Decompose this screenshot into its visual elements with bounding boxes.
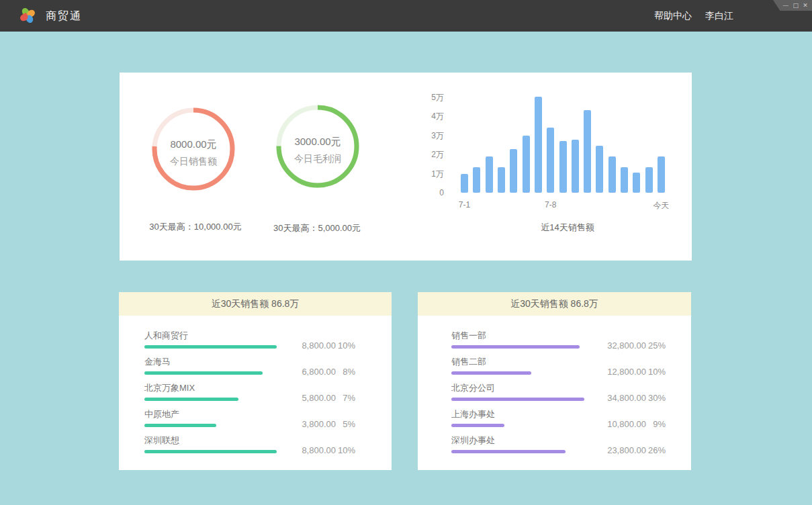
rank-row-left: 深圳办事处 — [451, 435, 566, 453]
rank-name: 金海马 — [144, 357, 263, 367]
today-profit-donut-text: 3000.00元 今日毛利润 — [274, 103, 361, 190]
rank-bar — [144, 345, 277, 349]
today-sales-donut-text: 8000.00元 今日销售额 — [150, 105, 237, 193]
bar — [547, 128, 554, 193]
today-summary-card: 8000.00元 今日销售额 30天最高：10,000.00元 3000.00元… — [120, 73, 692, 261]
rank-row: 销售一部32,800.0025% — [451, 330, 666, 349]
app-logo-icon — [19, 7, 36, 24]
rank-row-left: 北京万象MIX — [144, 383, 238, 401]
rank-percent: 26% — [646, 445, 666, 455]
nav-help-center[interactable]: 帮助中心 — [654, 10, 692, 22]
rank-values: 8,800.0010% — [287, 340, 355, 351]
rank-values: 23,800.0026% — [598, 445, 666, 455]
rank-bar — [451, 371, 531, 375]
rank-percent: 10% — [336, 340, 355, 351]
rank-values: 6,800.008% — [287, 367, 355, 377]
bar — [523, 136, 530, 193]
rank-row-left: 销售二部 — [451, 357, 531, 375]
rank-values: 8,800.0010% — [287, 445, 355, 455]
rank-bar — [144, 424, 216, 427]
rank-values: 10,800.009% — [598, 419, 666, 429]
rank-values: 3,800.005% — [287, 419, 355, 429]
customer-rank-title: 近30天销售额 86.8万 — [119, 292, 392, 316]
rank-value: 32,800.00 — [598, 340, 646, 351]
rank-row: 销售二部12,800.0010% — [451, 357, 666, 375]
rank-value: 34,800.00 — [598, 393, 646, 403]
bar — [461, 174, 468, 193]
rank-card-body: 人和商贸行8,800.0010%金海马6,800.008%北京万象MIX5,80… — [119, 316, 392, 453]
bar — [535, 97, 542, 193]
rank-percent: 7% — [336, 393, 355, 403]
rank-row-left: 上海办事处 — [451, 409, 504, 427]
rank-row: 北京万象MIX5,800.007% — [144, 383, 355, 401]
rank-name: 销售一部 — [451, 330, 580, 340]
bar — [621, 167, 628, 193]
rank-name: 北京万象MIX — [144, 383, 238, 393]
x-tick-label: 今天 — [653, 200, 670, 212]
app-window: 商贸通 帮助中心 李白江 — □ ✕ 8000.00元 今日销售额 30天最高：… — [0, 0, 812, 505]
rank-name: 人和商贸行 — [144, 330, 277, 340]
y-tick-label: 0 — [439, 188, 444, 197]
rank-value: 6,800.00 — [287, 367, 336, 377]
today-profit-value: 3000.00元 — [294, 136, 341, 147]
rank-values: 5,800.007% — [287, 393, 355, 403]
rank-bar — [451, 345, 580, 349]
rank-row: 上海办事处10,800.009% — [451, 409, 666, 427]
rank-bar — [451, 450, 566, 453]
x-tick-label: 7-1 — [459, 200, 470, 210]
customer-rank-card: 近30天销售额 86.8万 人和商贸行8,800.0010%金海马6,800.0… — [119, 292, 392, 470]
close-icon[interactable]: ✕ — [803, 0, 808, 11]
bar — [645, 167, 653, 193]
y-tick-label: 1万 — [431, 169, 444, 179]
rank-name: 上海办事处 — [451, 409, 504, 419]
maximize-icon[interactable]: □ — [793, 0, 799, 11]
rank-percent: 10% — [646, 367, 666, 377]
titlebar: 商贸通 帮助中心 李白江 — □ ✕ — [0, 0, 812, 32]
bar-chart-caption: 近14天销售额 — [500, 222, 635, 234]
rank-percent: 9% — [646, 419, 666, 429]
rank-percent: 25% — [646, 340, 666, 351]
rank-value: 8,800.00 — [287, 340, 336, 351]
rank-percent: 10% — [336, 445, 355, 455]
bar — [486, 156, 493, 193]
top-nav: 帮助中心 李白江 — [654, 0, 733, 32]
rank-bar — [451, 424, 504, 427]
rank-row: 中原地产3,800.005% — [144, 409, 355, 427]
nav-user[interactable]: 李白江 — [705, 10, 733, 22]
rank-bar — [144, 398, 238, 401]
rank-value: 23,800.00 — [598, 445, 646, 455]
rank-row: 金海马6,800.008% — [144, 357, 355, 375]
bar — [596, 146, 603, 193]
rank-row: 北京分公司34,800.0030% — [451, 383, 666, 401]
minimize-icon[interactable]: — — [782, 0, 788, 11]
bar — [559, 141, 567, 193]
rank-percent: 30% — [646, 393, 666, 403]
today-profit-donut: 3000.00元 今日毛利润 — [274, 103, 361, 190]
today-profit-30d-max: 30天最高：5,000.00元 — [243, 222, 391, 234]
rank-percent: 8% — [336, 367, 355, 377]
y-tick-label: 2万 — [431, 150, 444, 159]
bar — [572, 140, 579, 193]
rank-row-left: 北京分公司 — [451, 383, 584, 401]
bar — [473, 167, 480, 193]
rank-values: 12,800.0010% — [598, 367, 666, 377]
rank-percent: 5% — [336, 419, 355, 429]
bar — [608, 156, 616, 193]
rank-bar — [451, 398, 584, 401]
rank-row: 深圳办事处23,800.0026% — [451, 435, 666, 453]
rank-values: 32,800.0025% — [598, 340, 666, 351]
rank-value: 12,800.00 — [598, 367, 646, 377]
bar — [658, 156, 665, 193]
rank-values: 34,800.0030% — [598, 393, 666, 403]
bar — [510, 149, 517, 193]
today-sales-value: 8000.00元 — [170, 139, 216, 150]
rank-value: 3,800.00 — [287, 419, 336, 429]
bar-chart-xlabels: 7-17-8今天 — [461, 200, 665, 211]
bar — [633, 173, 640, 193]
rank-row-left: 中原地产 — [144, 409, 216, 427]
rank-row-left: 人和商贸行 — [144, 330, 277, 349]
rank-bar — [144, 371, 263, 375]
rank-name: 深圳联想 — [144, 435, 277, 445]
rank-value: 5,800.00 — [287, 393, 336, 403]
x-tick-label: 7-8 — [545, 200, 556, 210]
